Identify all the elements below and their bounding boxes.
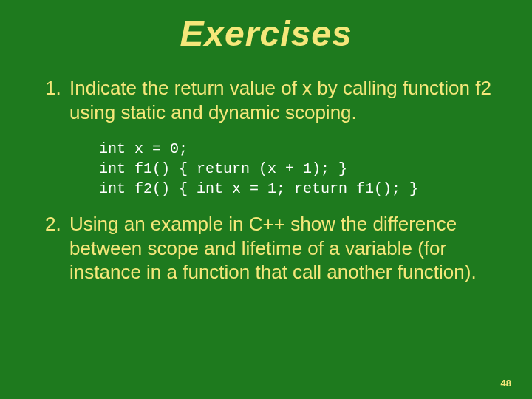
slide-container: Exercises Indicate the return value of x… bbox=[0, 0, 532, 308]
list-item: Using an example in C++ show the differe… bbox=[66, 212, 504, 284]
exercise-text: Indicate the return value of x by callin… bbox=[69, 77, 491, 123]
code-block: int x = 0; int f1() { return (x + 1); } … bbox=[99, 139, 504, 199]
page-number: 48 bbox=[501, 378, 511, 389]
exercise-list: Indicate the return value of x by callin… bbox=[28, 76, 504, 284]
list-item: Indicate the return value of x by callin… bbox=[66, 76, 504, 199]
exercise-text: Using an example in C++ show the differe… bbox=[69, 213, 477, 283]
slide-title: Exercises bbox=[28, 13, 504, 54]
